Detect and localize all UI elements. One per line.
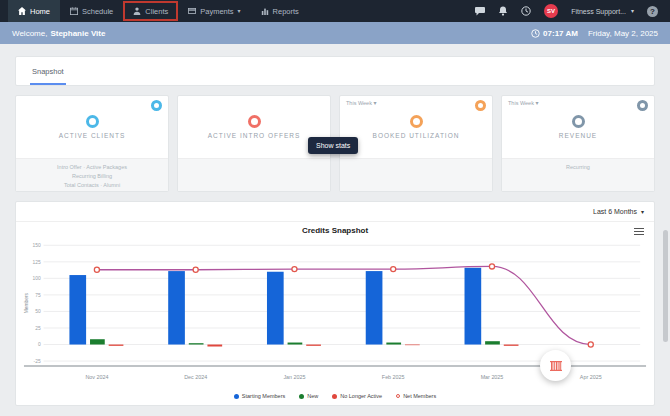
card-footer: Intro Offer · Active Packages Recurring … [16,158,168,191]
card-footer: Recurring [502,158,654,191]
card-icon [188,7,196,15]
footer-line: Recurring Billing [16,172,168,181]
ring-icon [410,115,423,128]
svg-text:Members: Members [24,292,29,313]
page-scrollbar[interactable] [663,230,668,342]
chart-menu-icon[interactable] [634,226,644,237]
card-period-dropdown[interactable]: This Week ▾ [508,100,538,106]
chevron-down-icon: ▾ [238,8,241,14]
nav-item-payments[interactable]: Payments ▾ [178,0,250,22]
card-period-dropdown[interactable]: This Week ▾ [346,100,376,106]
svg-text:Nov 2024: Nov 2024 [85,374,108,380]
chevron-down-icon: ▾ [641,209,644,215]
svg-text:Apr 2025: Apr 2025 [580,374,602,380]
card-footer [178,158,330,191]
show-stats-button[interactable]: Show stats [308,137,358,154]
legend-marker-icon [299,394,304,399]
legend-label: Net Members [403,393,436,399]
clock-history-icon[interactable] [521,6,531,16]
nav-label: Clients [145,7,168,16]
ring-icon [572,115,585,128]
card-footer [340,158,492,191]
welcome-bar: Welcome, Stephanie Vite 07:17 AM Friday,… [0,22,670,44]
svg-text:Jan 2025: Jan 2025 [283,374,305,380]
footer-line: Total Contacts · Alumni [16,181,168,190]
legend-label: No Longer Active [340,393,382,399]
legend-label: New [307,393,318,399]
card-action-button[interactable] [475,100,486,111]
card-revenue: This Week ▾ REVENUE Recurring [501,95,655,192]
tab-snapshot[interactable]: Snapshot [30,67,66,85]
legend-item[interactable]: Net Members [396,393,436,399]
legend-marker-icon [396,394,400,398]
footer-line: Recurring [502,163,654,172]
legend-item[interactable]: No Longer Active [332,393,382,399]
nav-label: Payments [200,7,233,16]
bar-chart-icon [261,7,269,15]
chat-icon[interactable] [475,6,485,16]
home-icon [18,7,26,15]
datetime: 07:17 AM Friday, May 2, 2025 [531,29,658,38]
chevron-down-icon: ▾ [631,8,634,14]
footer-line: Intro Offer · Active Packages [16,163,168,172]
svg-text:0: 0 [38,342,41,347]
range-label: Last 6 Months [593,208,637,215]
card-booked-utilization: This Week ▾ BOOKED UTILIZATION [339,95,493,192]
svg-text:100: 100 [32,276,40,281]
person-icon [133,7,141,15]
nav-label: Schedule [82,7,113,16]
nav-item-clients[interactable]: Clients [123,1,178,21]
current-time: 07:17 AM [531,29,578,38]
svg-text:-25: -25 [34,359,41,364]
svg-text:150: 150 [32,243,40,248]
ring-icon [86,115,99,128]
clock-icon [531,29,540,38]
nav-utilities: SV Fitness Support... ▾ ? [475,0,670,22]
chart-title: Credits Snapshot [302,226,368,235]
legend-label: Starting Members [242,393,285,399]
legend-item[interactable]: Starting Members [234,393,285,399]
nav-item-home[interactable]: Home [8,0,60,22]
svg-text:Feb 2025: Feb 2025 [382,374,405,380]
nav-item-schedule[interactable]: Schedule [60,0,123,22]
account-name: Fitness Support... [571,8,626,15]
legend-item[interactable]: New [299,393,318,399]
calendar-icon [70,7,78,15]
nav-menu: Home Schedule Clients Payments ▾ Reports [0,0,309,22]
nav-label: Home [30,7,50,16]
chart-legend: Starting MembersNewNo Longer ActiveNet M… [22,390,648,405]
card-title: REVENUE [559,132,597,139]
welcome-user-name: Stephanie Vite [50,29,105,38]
tab-strip: Snapshot [15,56,655,86]
time-text: 07:17 AM [543,29,578,38]
barcode-icon [549,359,563,373]
svg-text:50: 50 [35,309,41,314]
svg-text:25: 25 [35,326,41,331]
support-widget-button[interactable] [540,350,571,381]
card-title: ACTIVE INTRO OFFERS [208,132,301,139]
avatar[interactable]: SV [544,4,558,18]
dashboard-page: Home Schedule Clients Payments ▾ Reports [0,0,670,416]
legend-marker-icon [234,394,239,399]
svg-text:Mar 2025: Mar 2025 [481,374,504,380]
welcome-greeting: Welcome, [12,29,47,38]
chevron-down-icon: ▾ [373,100,376,106]
svg-text:125: 125 [32,260,40,265]
card-active-clients: ▾ ACTIVE CLIENTS Intro Offer · Active Pa… [15,95,169,192]
help-icon[interactable]: ? [647,6,658,17]
svg-text:75: 75 [35,293,41,298]
range-dropdown[interactable]: Last 6 Months ▾ [593,208,644,215]
svg-text:Dec 2024: Dec 2024 [184,374,207,380]
nav-label: Reports [273,7,299,16]
top-navigation: Home Schedule Clients Payments ▾ Reports [0,0,670,22]
nav-item-reports[interactable]: Reports [251,0,309,22]
legend-marker-icon [332,394,337,399]
ring-icon [248,115,261,128]
current-date: Friday, May 2, 2025 [588,29,658,38]
card-action-button[interactable] [637,100,648,111]
card-action-button[interactable] [151,100,162,111]
card-title: ACTIVE CLIENTS [59,132,126,139]
chevron-down-icon: ▾ [535,100,538,106]
account-dropdown[interactable]: Fitness Support... ▾ [571,8,634,15]
bell-icon[interactable] [498,6,508,16]
